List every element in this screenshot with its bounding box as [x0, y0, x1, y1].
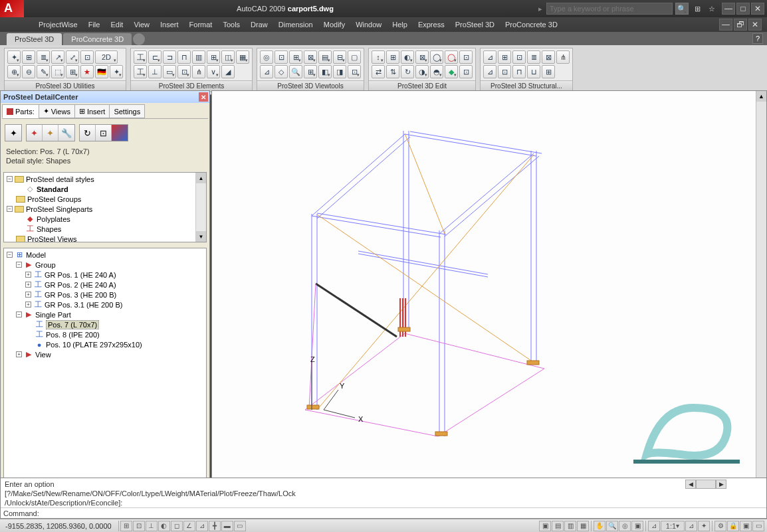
- elem-btn-6[interactable]: ⊞: [207, 50, 220, 64]
- elem-btn-3[interactable]: ⊐: [163, 50, 176, 64]
- workspace-switch[interactable]: ⚙: [714, 521, 726, 531]
- util-btn-4[interactable]: ↗: [51, 50, 64, 64]
- util-btn-1[interactable]: ✦: [7, 50, 21, 64]
- scroll-down-icon[interactable]: ▼: [196, 231, 206, 242]
- tree-item[interactable]: 工Shapes: [7, 224, 203, 234]
- help-icon[interactable]: ?: [752, 33, 763, 44]
- snap-toggle[interactable]: ⊞: [120, 521, 132, 531]
- util-btn-13[interactable]: 🇩🇪: [95, 65, 108, 78]
- menu-projectwise[interactable]: ProjectWise: [33, 21, 83, 29]
- cmd-scroll-thumb[interactable]: [696, 480, 716, 489]
- search-button[interactable]: 🔍: [675, 3, 689, 15]
- edit-btn-14[interactable]: ⊡: [459, 65, 473, 78]
- annotation-autoscale[interactable]: ✦: [698, 521, 710, 531]
- view-btn-5[interactable]: ▤: [318, 50, 332, 64]
- panel-label-utilities[interactable]: ProSteel 3D Utilities: [5, 80, 126, 91]
- struct-btn-6[interactable]: ⋔: [556, 50, 570, 64]
- panel-label-elements[interactable]: ProSteel 3D Elements: [131, 80, 252, 91]
- panel-label-edit[interactable]: ProSteel 3D Edit: [369, 80, 475, 91]
- util-btn-11[interactable]: ⊞: [66, 65, 79, 78]
- edit-btn-1[interactable]: ↕: [372, 50, 385, 64]
- search-input[interactable]: [546, 3, 673, 15]
- dc-btn-6[interactable]: ⊡: [96, 125, 112, 141]
- view-btn-9[interactable]: ◇: [274, 65, 288, 78]
- tree-item[interactable]: ◇Standard: [7, 184, 203, 194]
- close-button[interactable]: ✕: [751, 3, 764, 15]
- util-btn-9[interactable]: ✎: [37, 65, 50, 78]
- edit-btn-5[interactable]: ◯: [430, 50, 443, 64]
- view-btn-4[interactable]: ⊠: [304, 50, 317, 64]
- util-btn-3[interactable]: ≣: [37, 50, 50, 64]
- dc-btn-5[interactable]: ↻: [80, 125, 96, 141]
- styles-tree[interactable]: −ProSteel detail styles◇StandardProSteel…: [3, 172, 207, 242]
- lwt-toggle[interactable]: ▬: [221, 521, 233, 531]
- elem-btn-5[interactable]: ▥: [192, 50, 205, 64]
- doc-close-button[interactable]: ✕: [748, 19, 762, 31]
- tree-item[interactable]: ◆Polyplates: [7, 214, 203, 224]
- elem-btn-8[interactable]: ▦: [236, 50, 249, 64]
- viewport-scroll-vertical[interactable]: ▲▼: [756, 91, 766, 497]
- menu-proconcrete3d[interactable]: ProConcrete 3D: [500, 21, 563, 29]
- edit-btn-7[interactable]: ⊡: [459, 50, 473, 64]
- model-space-toggle[interactable]: ▣: [539, 521, 551, 531]
- menu-edit[interactable]: Edit: [105, 21, 128, 29]
- edit-btn-9[interactable]: ⇅: [386, 65, 399, 78]
- cmd-scroll-right[interactable]: ▶: [716, 480, 726, 489]
- tree-item[interactable]: +工GR Pos. 3 (HE 200 B): [7, 290, 203, 300]
- struct-btn-3[interactable]: ⊡: [512, 50, 526, 64]
- cmd-scroll-left[interactable]: ◀: [685, 480, 696, 489]
- menu-insert[interactable]: Insert: [155, 21, 184, 29]
- toolbar-lock[interactable]: 🔒: [727, 521, 739, 531]
- model-tree[interactable]: −⊞Model−▶Group+工GR Pos. 1 (HE 240 A)+工GR…: [3, 248, 207, 505]
- edit-btn-8[interactable]: ⇄: [372, 65, 385, 78]
- util-btn-6[interactable]: ⊡: [80, 50, 94, 64]
- struct-btn-5[interactable]: ⊠: [542, 50, 555, 64]
- command-line[interactable]: Enter an option [?/Make/Set/New/Rename/O…: [0, 478, 767, 519]
- menu-help[interactable]: Help: [387, 21, 413, 29]
- dyn-toggle[interactable]: ╋: [209, 521, 221, 531]
- scroll-up-icon[interactable]: ▲: [196, 173, 206, 183]
- view-btn-13[interactable]: ◨: [333, 65, 346, 78]
- tree-item[interactable]: 工Pos. 8 (IPE 200): [7, 329, 203, 339]
- util-btn-8[interactable]: ⊖: [22, 65, 35, 78]
- struct-btn-2[interactable]: ⊞: [498, 50, 511, 64]
- edit-btn-12[interactable]: ◓: [430, 65, 443, 78]
- struct-btn-8[interactable]: ⊡: [498, 65, 511, 78]
- menu-prosteel3d[interactable]: ProSteel 3D: [450, 21, 500, 29]
- tab-prosteel-3d[interactable]: ProSteel 3D: [7, 33, 62, 45]
- elem-btn-15[interactable]: ◢: [221, 65, 235, 78]
- util-btn-5[interactable]: ⤢: [66, 50, 79, 64]
- view-btn-8[interactable]: ⊿: [260, 65, 273, 78]
- annotation-scale-icon[interactable]: ⊿: [648, 521, 660, 531]
- view-btn-6[interactable]: ⊟: [333, 50, 346, 64]
- wheel-btn[interactable]: ◎: [619, 521, 631, 531]
- osnap-toggle[interactable]: ◻: [171, 521, 183, 531]
- view-btn-7[interactable]: ▢: [348, 50, 361, 64]
- view-btn-1[interactable]: ◎: [260, 50, 273, 64]
- pan-btn[interactable]: ✋: [594, 521, 605, 531]
- view-btn-14[interactable]: ⊡: [348, 65, 361, 78]
- qat-arrow-icon[interactable]: ▸: [538, 5, 542, 13]
- struct-btn-4[interactable]: ≣: [527, 50, 540, 64]
- util-btn-2[interactable]: ⊞: [22, 50, 35, 64]
- minimize-button[interactable]: —: [722, 3, 735, 15]
- tab-views[interactable]: ✦Views: [39, 104, 75, 118]
- edit-btn-3[interactable]: ◐: [401, 50, 414, 64]
- tree-item[interactable]: ●Pos. 10 (PLATE 297x295x10): [7, 339, 203, 349]
- dc-btn-1[interactable]: ✦: [5, 125, 21, 141]
- util-btn-14[interactable]: ✦: [110, 65, 123, 78]
- view-btn-2[interactable]: ⊡: [274, 50, 288, 64]
- menu-view[interactable]: View: [128, 21, 155, 29]
- tree-item[interactable]: 工Pos. 7 (L 70x7): [7, 319, 203, 329]
- annotation-visibility[interactable]: ⊿: [685, 521, 697, 531]
- qv-drawings[interactable]: ▦: [577, 521, 589, 531]
- util-btn-10[interactable]: ⬚: [51, 65, 64, 78]
- ortho-toggle[interactable]: ⊥: [146, 521, 158, 531]
- tab-parts[interactable]: Parts:: [2, 104, 39, 118]
- doc-restore-button[interactable]: 🗗: [734, 19, 747, 31]
- qp-toggle[interactable]: ▭: [234, 521, 246, 531]
- clean-screen[interactable]: ▭: [752, 521, 764, 531]
- comm-center-icon[interactable]: ⊞: [691, 3, 703, 15]
- struct-btn-1[interactable]: ⊿: [483, 50, 496, 64]
- tab-settings[interactable]: Settings: [109, 104, 145, 118]
